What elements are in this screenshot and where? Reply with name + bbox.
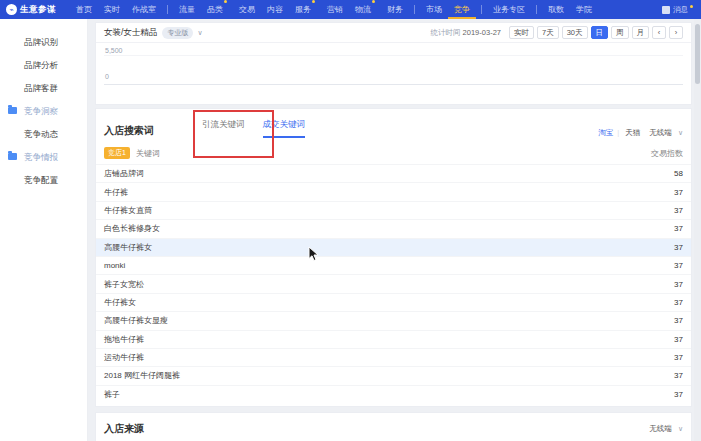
nav-item[interactable]: 学院 <box>570 0 598 19</box>
gridline <box>104 55 683 56</box>
nav-item-label: 实时 <box>104 4 120 15</box>
channel-link[interactable]: 淘宝 <box>598 128 613 138</box>
range-button[interactable]: 月 <box>632 26 650 39</box>
source-section-header: 入店来源 无线端 ∨ <box>96 413 691 436</box>
table-row[interactable]: 裤子 37 <box>96 385 691 403</box>
table-row[interactable]: 白色长裤修身女 37 <box>96 219 691 237</box>
nav-item[interactable] <box>536 5 537 14</box>
category-name[interactable]: 女装/女士精品 <box>104 27 157 39</box>
table-row[interactable]: 牛仔裤女 37 <box>96 293 691 311</box>
app-logo-text: 生意参谋 <box>20 4 56 16</box>
nav-item-label: 物流 <box>355 4 375 15</box>
table-row[interactable]: 牛仔裤女直筒 37 <box>96 201 691 219</box>
range-button-label: 日 <box>596 28 604 37</box>
value-cell: 37 <box>674 206 683 215</box>
chart-header: 女装/女士精品 专业版 ∨ 统计时间 2019-03-27 实时 7天 30天 … <box>96 23 691 43</box>
sidebar-item[interactable]: 品牌分析 <box>0 54 87 77</box>
nav-item-label: 品类 <box>207 4 227 15</box>
table-row[interactable]: 拖地牛仔裤 37 <box>96 330 691 348</box>
nav-item-label: 内容 <box>267 4 283 15</box>
value-cell: 37 <box>674 316 683 325</box>
table-row[interactable]: 高腰牛仔裤女 37 <box>96 238 691 256</box>
value-cell: 37 <box>674 224 683 233</box>
keyword-tab[interactable]: 成交关键词 <box>263 119 306 138</box>
scrollbar-track[interactable] <box>694 19 701 441</box>
device-dropdown[interactable]: 无线端 ∨ <box>649 424 683 434</box>
sidebar-item-label: 竞争配置 <box>24 175 58 185</box>
sidebar-item[interactable]: 品牌识别 <box>0 31 87 54</box>
table-row[interactable]: 裤子女宽松 37 <box>96 274 691 292</box>
nav-item[interactable]: 首页 <box>70 0 98 19</box>
nav-item[interactable]: 营销 <box>321 0 349 19</box>
nav-item[interactable] <box>481 5 482 14</box>
sidebar-item[interactable]: 竞争洞察 <box>0 100 87 123</box>
stat-date: 2019-03-27 <box>463 28 501 37</box>
table-row[interactable]: 店铺品牌词 58 <box>96 164 691 182</box>
channel-link[interactable]: 天猫 <box>613 128 640 138</box>
nav-item[interactable]: 财务 <box>381 0 409 19</box>
nav-item[interactable]: 品类 <box>201 0 233 19</box>
nav-item-label: 取数 <box>548 4 564 15</box>
device-dropdown[interactable]: 无线端 ∨ <box>649 128 683 138</box>
nav-item[interactable]: 物流 <box>349 0 381 19</box>
table-row[interactable]: 牛仔裤 37 <box>96 182 691 200</box>
source-device-switcher: 无线端 ∨ <box>640 424 683 434</box>
nav-item-label: 交易 <box>239 4 255 15</box>
stat-time-label: 统计时间 2019-03-27 <box>431 28 501 38</box>
table-row[interactable]: 运动牛仔裤 37 <box>96 348 691 366</box>
nav-item-label: 竞争 <box>454 4 470 15</box>
nav-item[interactable]: 市场 <box>420 0 448 19</box>
nav-item[interactable]: 交易 <box>233 0 261 19</box>
nav-item[interactable]: 作战室 <box>126 0 162 19</box>
table-header-row: 竞店1 关键词 交易指数 <box>96 138 691 164</box>
nav-item[interactable]: 取数 <box>542 0 570 19</box>
sidebar-item[interactable]: 竞争配置 <box>0 169 87 192</box>
chevron-down-icon: ∨ <box>678 129 683 136</box>
keyword-tab[interactable]: 引流关键词 <box>202 119 245 138</box>
table-row[interactable]: 2018 网红牛仔阔腿裤 37 <box>96 366 691 384</box>
value-cell: 37 <box>674 243 683 252</box>
nav-item[interactable] <box>414 5 415 14</box>
nav-item[interactable]: 内容 <box>261 0 289 19</box>
sidebar-item[interactable]: 竞争动态 <box>0 123 87 146</box>
nav-item[interactable]: 服务 <box>289 0 321 19</box>
nav-item[interactable]: 业务专区 <box>487 0 531 19</box>
notification-dot-icon <box>690 5 693 8</box>
sidebar-item-label: 竞争情报 <box>24 152 58 162</box>
range-button[interactable]: 日 <box>591 26 609 39</box>
user-chip[interactable]: 消息 <box>662 5 693 15</box>
user-label: 消息 <box>673 5 688 15</box>
folder-icon <box>8 107 17 114</box>
device-label: 无线端 <box>649 424 672 433</box>
range-button-label: 实时 <box>514 28 529 37</box>
prev-arrow-icon[interactable]: ‹ <box>652 26 666 39</box>
range-button[interactable]: 周 <box>611 26 629 39</box>
range-button[interactable]: 30天 <box>562 26 588 39</box>
nav-item[interactable]: 流量 <box>173 0 201 19</box>
keyword-cell: 高腰牛仔裤女 <box>104 242 152 253</box>
nav-item[interactable]: 竞争 <box>448 0 476 19</box>
value-cell: 37 <box>674 298 683 307</box>
keyword-cell: 牛仔裤女 <box>104 297 136 308</box>
table-row[interactable]: 高腰牛仔裤女显瘦 37 <box>96 311 691 329</box>
nav-item-label: 业务专区 <box>493 4 525 15</box>
range-button[interactable]: 实时 <box>509 26 534 39</box>
table-row[interactable]: monki 37 <box>96 256 691 274</box>
stat-time-text: 统计时间 <box>431 28 461 37</box>
value-cell: 58 <box>674 169 683 178</box>
next-arrow-icon[interactable]: › <box>669 26 683 39</box>
value-column-header: 交易指数 <box>651 148 683 159</box>
version-badge: 专业版 <box>162 27 193 39</box>
scrollbar-thumb[interactable] <box>695 24 700 84</box>
keyword-column-header: 关键词 <box>136 148 160 159</box>
keyword-cell: 牛仔裤女直筒 <box>104 205 152 216</box>
nav-item[interactable] <box>167 5 168 14</box>
range-button[interactable]: 7天 <box>537 26 559 39</box>
chevron-down-icon[interactable]: ∨ <box>197 29 202 37</box>
app-logo[interactable]: ⌁ 生意参谋 <box>6 4 56 16</box>
value-cell: 37 <box>674 188 683 197</box>
value-cell: 37 <box>674 371 683 380</box>
sidebar-item[interactable]: 竞争情报 <box>0 146 87 169</box>
nav-item[interactable]: 实时 <box>98 0 126 19</box>
sidebar-item[interactable]: 品牌客群 <box>0 77 87 100</box>
